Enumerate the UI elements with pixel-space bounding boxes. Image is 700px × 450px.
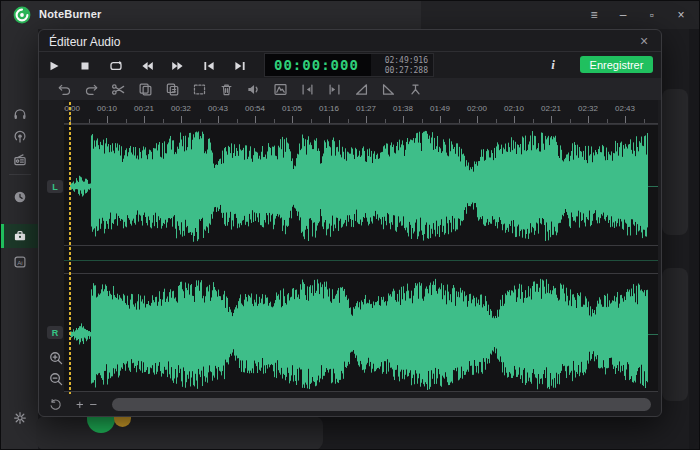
transport-bar (43, 54, 250, 78)
ruler-label: 01:16 (319, 104, 339, 113)
background-panel (662, 89, 688, 235)
trim-end-icon[interactable] (326, 81, 342, 97)
waveform-canvas-right[interactable] (64, 274, 658, 394)
ruler-tick-minor (607, 119, 608, 123)
ruler-tick-major (366, 116, 367, 123)
rewind-button[interactable] (136, 57, 157, 75)
ruler-tick-minor (644, 119, 645, 123)
sidebar-item-tools[interactable] (1, 224, 38, 248)
sidebar-item-history[interactable] (1, 185, 38, 209)
zoom-out-button[interactable] (48, 371, 63, 386)
paste-icon[interactable] (164, 81, 180, 97)
current-time: 00:00:000 (265, 54, 371, 76)
ruler-tick-major (181, 116, 182, 123)
zoom-decrease-button[interactable]: − (90, 397, 98, 412)
maximize-icon[interactable]: ▫ (642, 8, 662, 22)
sidebar-item-podcast[interactable] (1, 125, 38, 149)
dialog-titlebar: Éditeur Audio × (39, 30, 661, 52)
ruler-label: 00:54 (245, 104, 265, 113)
time-display: 00:00:000 02:49:916 00:27:288 (264, 53, 434, 77)
right-channel-badge: R (47, 326, 63, 339)
ruler-tick-major (514, 116, 515, 123)
close-icon[interactable]: × (671, 8, 691, 22)
ruler-label: 02:32 (578, 104, 598, 113)
window-titlebar: NoteBurner ≡ – ▫ × (1, 1, 699, 29)
ruler-tick-major (477, 116, 478, 123)
ruler-tick-major (107, 116, 108, 123)
window-controls: ≡ – ▫ × (584, 1, 691, 29)
stop-button[interactable] (74, 57, 95, 75)
sidebar-item-settings[interactable] (1, 406, 38, 430)
sidebar: Ai (1, 29, 38, 450)
cut-icon[interactable] (110, 81, 126, 97)
waveform-canvas-left[interactable] (64, 126, 658, 246)
ruler-tick-minor (89, 119, 90, 123)
select-icon[interactable] (191, 81, 207, 97)
dialog-close-icon[interactable]: × (635, 33, 653, 49)
zoom-increase-button[interactable]: + (76, 397, 84, 412)
app-title: NoteBurner (39, 8, 102, 20)
timeline-ruler[interactable]: 00:0000:1000:2100:3200:4300:5401:0501:16… (64, 100, 658, 124)
ruler-label: 01:49 (430, 104, 450, 113)
delete-icon[interactable] (218, 81, 234, 97)
ruler-label: 00:43 (208, 104, 228, 113)
sidebar-item-radio[interactable] (1, 148, 38, 172)
ruler-tick-major (440, 116, 441, 123)
total-time: 02:49:916 (385, 56, 428, 65)
merge-icon[interactable] (407, 81, 423, 97)
ruler-label: 02:21 (541, 104, 561, 113)
fade-in-icon[interactable] (353, 81, 369, 97)
edit-toolbar (39, 78, 661, 100)
copy-icon[interactable] (137, 81, 153, 97)
background-card (36, 416, 323, 450)
volume-icon[interactable] (245, 81, 261, 97)
window-right-edge (689, 29, 700, 450)
app-logo-icon (13, 6, 31, 24)
channel-left[interactable] (64, 126, 658, 246)
info-icon[interactable]: i (545, 57, 561, 73)
playhead[interactable] (69, 102, 71, 394)
sidebar-divider (9, 174, 31, 175)
ruler-tick-major (144, 116, 145, 123)
channel-separator-line (64, 260, 658, 261)
background-panel (662, 268, 688, 401)
ruler-tick-minor (311, 119, 312, 123)
ruler-tick-minor (126, 119, 127, 123)
ruler-tick-minor (459, 119, 460, 123)
skip-start-button[interactable] (198, 57, 219, 75)
reset-zoom-button[interactable] (47, 397, 63, 413)
ruler-tick-minor (533, 119, 534, 123)
ruler-tick-major (255, 116, 256, 123)
fade-out-icon[interactable] (380, 81, 396, 97)
ruler-tick-minor (274, 119, 275, 123)
ruler-label: 01:05 (282, 104, 302, 113)
menu-icon[interactable]: ≡ (584, 8, 604, 22)
zoom-in-button[interactable] (48, 350, 63, 365)
ruler-tick-minor (496, 119, 497, 123)
horizontal-scrollbar[interactable] (112, 398, 651, 411)
skip-end-button[interactable] (229, 57, 250, 75)
redo-icon[interactable] (83, 81, 99, 97)
ruler-tick-major (218, 116, 219, 123)
ruler-label: 01:38 (393, 104, 413, 113)
play-button[interactable] (43, 57, 64, 75)
sidebar-item-music[interactable] (1, 102, 38, 126)
selection-time: 00:27:288 (385, 66, 428, 75)
fast-forward-button[interactable] (167, 57, 188, 75)
loop-button[interactable] (105, 57, 126, 75)
channel-right[interactable] (64, 273, 658, 393)
ruler-tick-major (292, 116, 293, 123)
ruler-label: 00:32 (171, 104, 191, 113)
undo-icon[interactable] (56, 81, 72, 97)
ruler-label: 00:10 (97, 104, 117, 113)
ruler-label: 02:43 (615, 104, 635, 113)
ruler-label: 02:10 (504, 104, 524, 113)
minimize-icon[interactable]: – (613, 8, 633, 22)
save-button[interactable]: Enregistrer (580, 56, 653, 73)
sidebar-item-ai[interactable]: Ai (1, 250, 38, 274)
trim-start-icon[interactable] (299, 81, 315, 97)
normalize-icon[interactable] (272, 81, 288, 97)
ruler-tick-minor (570, 119, 571, 123)
waveform-panel (64, 124, 658, 392)
ruler-tick-major (403, 116, 404, 123)
